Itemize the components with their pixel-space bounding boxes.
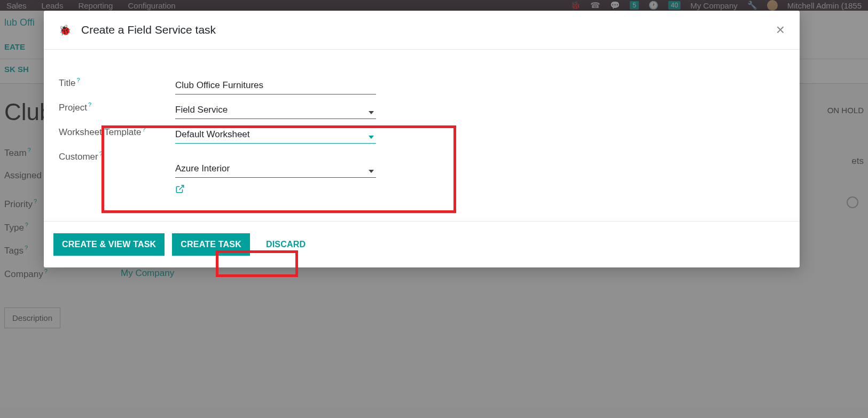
- modal-title: 🐞 Create a Field Service task: [59, 23, 216, 36]
- chevron-down-icon[interactable]: [369, 170, 374, 173]
- modal-footer: CREATE & VIEW TASK CREATE TASK DISCARD: [44, 221, 800, 267]
- svg-line-0: [179, 185, 184, 190]
- customer-field[interactable]: Azure Interior: [175, 155, 376, 178]
- customer-label: Customer?: [59, 146, 175, 163]
- chevron-down-icon[interactable]: [369, 136, 374, 139]
- modal-header: 🐞 Create a Field Service task ×: [44, 11, 800, 50]
- worksheet-label: Worksheet Template?: [59, 121, 175, 138]
- create-task-button[interactable]: CREATE TASK: [172, 233, 250, 256]
- create-task-modal: 🐞 Create a Field Service task × Title? P…: [44, 11, 800, 267]
- external-link-row: [175, 180, 376, 196]
- title-input[interactable]: [175, 79, 376, 92]
- customer-value: Azure Interior: [175, 162, 376, 175]
- project-value: Field Service: [175, 104, 376, 116]
- create-view-task-button[interactable]: CREATE & VIEW TASK: [53, 233, 165, 256]
- modal-form: Title? Project? Field Service Worksheet …: [59, 72, 785, 196]
- title-field[interactable]: [175, 72, 376, 94]
- project-field[interactable]: Field Service: [175, 97, 376, 119]
- worksheet-field[interactable]: Default Worksheet: [175, 121, 376, 144]
- project-label: Project?: [59, 97, 175, 114]
- chevron-down-icon[interactable]: [369, 111, 374, 114]
- close-icon[interactable]: ×: [776, 22, 785, 37]
- bug-icon: 🐞: [59, 24, 72, 36]
- external-link-icon[interactable]: [175, 185, 185, 196]
- worksheet-value: Default Worksheet: [175, 128, 376, 141]
- modal-title-text: Create a Field Service task: [81, 23, 216, 36]
- title-label: Title?: [59, 72, 175, 89]
- discard-button[interactable]: DISCARD: [257, 233, 314, 256]
- modal-body: Title? Project? Field Service Worksheet …: [44, 50, 800, 221]
